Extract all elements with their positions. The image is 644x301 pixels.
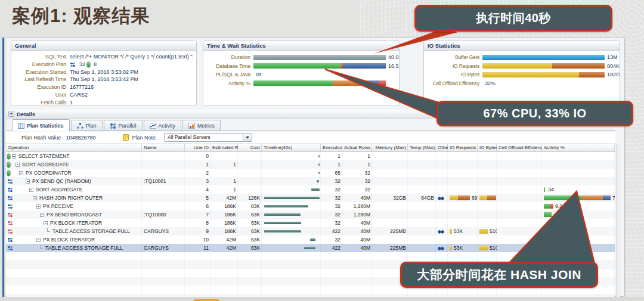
slide-title-text: 案例 <box>12 5 50 26</box>
field-value: Thu Sep 1, 2016 3:53:02 PM <box>70 69 138 76</box>
table-row[interactable]: PX BLOCK ITERATOR8186K63K3240M <box>6 219 615 227</box>
empty-cell <box>408 252 436 260</box>
field-value: select /*+ MONITOR */ /* Query 1 */ coun… <box>70 53 193 61</box>
name-cell: CARGUYS <box>142 227 185 235</box>
line-id-cell: 4 <box>185 185 210 194</box>
table-row[interactable]: PX SEND QC (RANDOM):TQ10001313232 <box>6 177 615 185</box>
tab-plan-statistics[interactable]: Plan Statistics <box>12 119 70 131</box>
yellow-bar-segment <box>450 229 452 234</box>
empty-cell <box>185 269 210 277</box>
green-bar-segment <box>544 204 550 209</box>
binoculars-icon[interactable] <box>438 246 444 251</box>
column-header[interactable]: Cell Offload Efficiency <box>497 144 542 151</box>
user-icon <box>7 162 10 167</box>
collapse-toggle-icon[interactable] <box>36 204 41 209</box>
plan-note-label: Plan Note <box>132 135 156 141</box>
estimated-rows-cell: 186K <box>210 219 238 227</box>
line-id-cell: 11 <box>185 244 210 252</box>
io-bytes-cell <box>478 152 497 160</box>
stat-value: 804K <box>607 63 620 69</box>
operation-cell: PX COORDINATOR <box>6 169 142 177</box>
collapse-toggle-icon[interactable] <box>16 163 20 167</box>
collapse-toggle-icon[interactable] <box>12 154 16 159</box>
column-header[interactable]: Operation <box>6 144 142 151</box>
estimated-rows-cell: 1 <box>210 160 238 169</box>
timeline-cell <box>262 210 321 219</box>
column-header[interactable]: Name <box>142 144 185 151</box>
cell-bar-label: 79 <box>612 194 615 202</box>
tree-indent <box>15 190 29 190</box>
collapse-toggle-icon[interactable] <box>36 238 41 242</box>
actual-rows-cell: 32 <box>342 169 372 177</box>
table-row[interactable]: PX BLOCK ITERATOR1042M63K3240M <box>6 235 615 244</box>
column-header[interactable]: IO Requests <box>448 144 478 151</box>
table-row[interactable]: TABLE ACCESS STORAGE FULLCARGUYS1142M63K… <box>6 244 615 252</box>
estimated-rows-cell: 186K <box>210 210 238 219</box>
column-header[interactable]: Memory (Max) <box>372 144 408 151</box>
table-row[interactable]: HASH JOIN RIGHT OUTER542M126K3240M32GB64… <box>6 194 615 202</box>
field-label: SQL Text <box>15 53 70 61</box>
collapse-toggle-icon[interactable] <box>40 213 44 217</box>
table-row[interactable]: PX RECEIVE6186K63K321,280M9.24 <box>6 202 615 210</box>
collapse-toggle-icon[interactable] <box>19 171 23 175</box>
other-cell <box>436 227 448 235</box>
cell-offload-cell <box>497 244 542 252</box>
cell-bar-label: 53K <box>454 244 463 252</box>
io-requests-cell <box>448 169 478 177</box>
tab-activity[interactable]: Activity <box>144 120 182 131</box>
table-row[interactable]: PX SEND BROADCAST:TQ100007186K63K321,280… <box>6 210 615 219</box>
collapse-toggle-icon[interactable] <box>33 196 37 200</box>
binoculars-icon[interactable] <box>438 229 444 234</box>
column-header[interactable]: Line ID <box>185 144 210 151</box>
tab-metrics[interactable]: Metrics <box>182 120 221 131</box>
column-header[interactable]: Activity % <box>542 144 615 151</box>
table-row[interactable]: SELECT STATEMENT011 <box>6 152 615 160</box>
activity-cell: .34 <box>542 185 615 194</box>
column-header[interactable]: Estimated Rows <box>210 144 238 151</box>
px-red-icon <box>7 229 13 234</box>
cell-offload-cell <box>497 160 542 169</box>
tab-parallel[interactable]: Parallel <box>104 120 143 131</box>
empty-cell <box>342 286 372 294</box>
table-row[interactable]: SORT AGGREGATE1111 <box>6 160 615 169</box>
column-header[interactable]: Cost <box>238 144 262 151</box>
empty-cell <box>262 252 321 260</box>
column-header[interactable]: Timeline(40s) <box>262 144 321 151</box>
column-header[interactable]: Actual Rows <box>342 144 372 151</box>
collapse-toggle-icon[interactable] <box>26 179 30 184</box>
table-row[interactable]: SORT AGGREGATE413232.34 <box>6 185 615 194</box>
field-value: Thu Sep 1, 2016 3:53:42 PM <box>70 76 138 83</box>
table-row[interactable]: TABLE ACCESS STORAGE FULLCARGUYS9186K63K… <box>6 227 615 235</box>
activity-cell <box>542 219 615 227</box>
timeline-bar <box>264 197 320 199</box>
stat-value: 16.5m <box>388 63 400 69</box>
vertical-scrollbar[interactable] <box>616 144 620 297</box>
green-bar-segment <box>544 187 545 192</box>
memory-max-cell <box>372 169 408 177</box>
empty-cell <box>6 269 142 277</box>
tab-plan[interactable]: Plan <box>71 120 103 131</box>
select-dropdown-button[interactable] <box>243 134 252 141</box>
cell-offload-cell <box>497 194 542 202</box>
column-header[interactable]: Temp (Max) <box>408 144 436 151</box>
timeline-cell <box>262 235 321 244</box>
collapse-toggle-icon[interactable] <box>29 188 33 192</box>
column-header[interactable]: Executions <box>321 144 342 151</box>
temp-max-cell <box>408 235 436 244</box>
temp-max-cell <box>408 202 436 210</box>
parallel-server-select[interactable]: All Parallel Servers <box>164 133 252 142</box>
cost-cell <box>238 169 262 177</box>
empty-cell <box>342 252 372 260</box>
plan-note-icon[interactable] <box>123 134 129 141</box>
timeline-cell <box>262 202 321 210</box>
collapse-toggle-icon[interactable] <box>44 221 48 225</box>
tree-indent <box>15 215 40 215</box>
column-header[interactable]: IO Bytes <box>478 144 497 151</box>
collapse-details-icon[interactable] <box>8 111 14 117</box>
yellow-bar-segment <box>479 196 487 200</box>
binoculars-icon[interactable] <box>438 196 444 201</box>
table-row[interactable]: PX COORDINATOR26532 <box>6 169 615 177</box>
general-field: Execution Plan328 <box>15 61 193 69</box>
column-header[interactable]: Other <box>436 144 448 151</box>
stat-label: Activity % <box>207 80 253 86</box>
